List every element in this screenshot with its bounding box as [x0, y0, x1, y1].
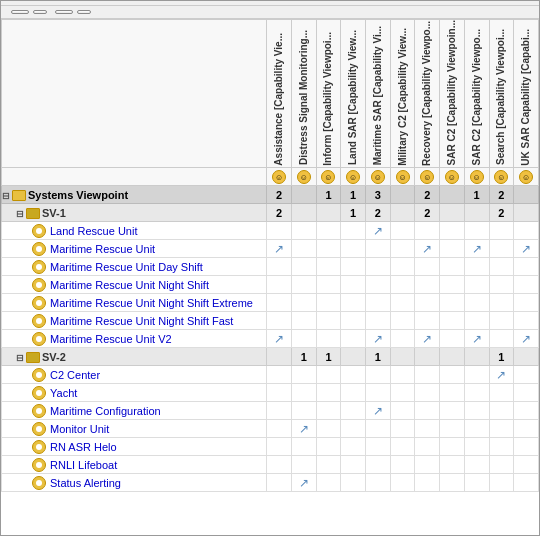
smiley-icon-5: ☺: [396, 170, 410, 184]
data-cell-4-5: [390, 258, 415, 276]
data-cell-15-1: [291, 456, 316, 474]
node-icon: [32, 440, 46, 454]
data-cell-5-9: [489, 276, 514, 294]
col-header-8: SAR C2 [Capability Viewpo...: [464, 20, 489, 168]
col-scope-button[interactable]: [55, 10, 73, 14]
row-scope-button[interactable]: [11, 10, 29, 14]
data-cell-12-6: [415, 402, 440, 420]
row-label-cell: Maritime Rescue Unit V2: [2, 330, 267, 348]
data-cell-3-9: [489, 240, 514, 258]
row-label-cell: ⊟SV-2: [2, 348, 267, 366]
data-cell-13-2: [316, 420, 341, 438]
expand-icon[interactable]: ⊟: [2, 191, 10, 201]
data-cell-4-3: [341, 258, 366, 276]
data-cell-7-7: [440, 312, 465, 330]
row-label-text: Maritime Rescue Unit V2: [50, 333, 172, 345]
data-cell-14-2: [316, 438, 341, 456]
col-header-10: UK SAR Capability [Capabi...: [514, 20, 539, 168]
data-cell-15-9: [489, 456, 514, 474]
data-cell-16-1: ↗: [291, 474, 316, 492]
data-cell-0-0: 2: [267, 186, 292, 204]
data-cell-16-0: [267, 474, 292, 492]
node-icon: [32, 332, 46, 346]
data-cell-9-4: 1: [366, 348, 391, 366]
data-cell-9-2: 1: [316, 348, 341, 366]
data-cell-4-1: [291, 258, 316, 276]
data-cell-4-10: [514, 258, 539, 276]
data-cell-9-9: 1: [489, 348, 514, 366]
data-cell-3-1: [291, 240, 316, 258]
node-icon: [32, 386, 46, 400]
data-cell-7-3: [341, 312, 366, 330]
data-cell-14-10: [514, 438, 539, 456]
node-icon: [32, 368, 46, 382]
subgroup-row: ⊟SV-121222: [2, 204, 539, 222]
tree-row: Maritime Rescue Unit Night Shift: [2, 276, 539, 294]
col-header-5: Military C2 [Capability View...: [390, 20, 415, 168]
arrow-icon: ↗: [472, 242, 482, 256]
data-cell-8-8: ↗: [464, 330, 489, 348]
data-cell-15-10: [514, 456, 539, 474]
arrow-icon: ↗: [274, 242, 284, 256]
data-cell-7-10: [514, 312, 539, 330]
row-label-cell: Status Alerting: [2, 474, 267, 492]
data-cell-14-9: [489, 438, 514, 456]
arrow-icon: ↗: [472, 332, 482, 346]
data-cell-15-3: [341, 456, 366, 474]
row-label-text: Systems Viewpoint: [28, 189, 128, 201]
data-cell-4-7: [440, 258, 465, 276]
expand-icon[interactable]: ⊟: [16, 209, 24, 219]
icon-10: ☺: [514, 168, 539, 186]
data-cell-16-8: [464, 474, 489, 492]
row-label-text: Maritime Rescue Unit Night Shift: [50, 279, 209, 291]
data-cell-5-8: [464, 276, 489, 294]
data-cell-0-1: [291, 186, 316, 204]
node-icon: [32, 296, 46, 310]
data-cell-3-6: ↗: [415, 240, 440, 258]
data-cell-15-8: [464, 456, 489, 474]
tree-row: Maritime Rescue Unit Night Shift Extreme: [2, 294, 539, 312]
row-label-text: C2 Center: [50, 369, 100, 381]
data-cell-8-9: [489, 330, 514, 348]
data-cell-4-9: [489, 258, 514, 276]
data-cell-3-4: [366, 240, 391, 258]
expand-icon[interactable]: ⊟: [16, 353, 24, 363]
data-cell-10-3: [341, 366, 366, 384]
data-cell-2-1: [291, 222, 316, 240]
data-cell-13-7: [440, 420, 465, 438]
data-cell-0-3: 1: [341, 186, 366, 204]
data-cell-12-10: [514, 402, 539, 420]
main-content: Assistance [Capability Vie... Distress S…: [1, 19, 539, 535]
smiley-icon-9: ☺: [494, 170, 508, 184]
icon-5: ☺: [390, 168, 415, 186]
arrow-icon: ↗: [299, 422, 309, 436]
data-cell-6-2: [316, 294, 341, 312]
data-cell-14-8: [464, 438, 489, 456]
data-cell-0-9: 2: [489, 186, 514, 204]
row-label-cell: Maritime Rescue Unit Day Shift: [2, 258, 267, 276]
arrow-icon: ↗: [521, 242, 531, 256]
data-cell-6-5: [390, 294, 415, 312]
row-scope-ellipsis-button[interactable]: [33, 10, 47, 14]
data-cell-0-2: 1: [316, 186, 341, 204]
icon-2: ☺: [316, 168, 341, 186]
icon-7: ☺: [440, 168, 465, 186]
data-cell-11-7: [440, 384, 465, 402]
icon-9: ☺: [489, 168, 514, 186]
col-scope-ellipsis-button[interactable]: [77, 10, 91, 14]
row-label-cell: ⊟SV-1: [2, 204, 267, 222]
data-cell-10-1: [291, 366, 316, 384]
data-cell-11-9: [489, 384, 514, 402]
tree-row: Maritime Rescue Unit V2↗↗↗↗↗: [2, 330, 539, 348]
data-cell-16-4: [366, 474, 391, 492]
data-cell-5-4: [366, 276, 391, 294]
data-cell-10-8: [464, 366, 489, 384]
table-container[interactable]: Assistance [Capability Vie... Distress S…: [1, 19, 539, 535]
tree-row: Land Rescue Unit↗: [2, 222, 539, 240]
data-cell-8-4: ↗: [366, 330, 391, 348]
icon-3: ☺: [341, 168, 366, 186]
data-cell-14-7: [440, 438, 465, 456]
data-cell-16-10: [514, 474, 539, 492]
arrow-icon: ↗: [496, 368, 506, 382]
data-cell-13-8: [464, 420, 489, 438]
